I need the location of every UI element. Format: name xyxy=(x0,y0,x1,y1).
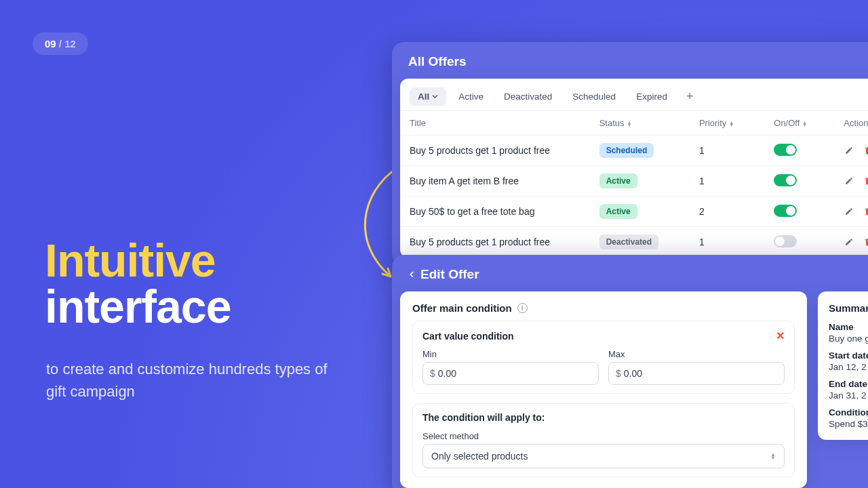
all-offers-title: All Offers xyxy=(392,42,868,79)
tab-all[interactable]: All xyxy=(410,87,446,106)
table-row[interactable]: Buy 5 products get 1 product freeSchedul… xyxy=(400,136,868,166)
row-priority: 2 xyxy=(690,197,764,227)
summary-cond-value: Spend $3 xyxy=(829,419,868,429)
toggle-switch[interactable] xyxy=(774,235,797,247)
summary-name-value: Buy one g xyxy=(829,333,868,344)
max-value: 0.00 xyxy=(624,368,642,379)
row-title: Buy 50$ to get a free tote bag xyxy=(400,197,590,227)
delete-icon[interactable] xyxy=(863,145,868,156)
table-row[interactable]: Buy 5 products get 1 product freeDeactiv… xyxy=(400,227,868,258)
edit-icon[interactable] xyxy=(844,176,854,186)
max-input[interactable]: $ 0.00 xyxy=(608,362,785,385)
col-action: Action xyxy=(844,118,868,128)
currency-symbol: $ xyxy=(430,368,435,379)
row-title: Buy 5 products get 1 product free xyxy=(400,136,590,166)
summary-card: Summary Name Buy one g Start date Jan 12… xyxy=(818,291,868,440)
edit-offer-panel: Edit Offer Offer main condition i Cart v… xyxy=(392,255,868,488)
row-priority: 1 xyxy=(690,227,764,258)
all-offers-card: All Active Deactivated Scheduled Expired… xyxy=(400,79,868,258)
max-label: Max xyxy=(608,349,785,359)
summary-end-label: End date xyxy=(829,379,868,389)
row-priority: 1 xyxy=(690,166,764,197)
page-sep: / xyxy=(56,38,65,49)
apply-to-condition: The condition will apply to: Select meth… xyxy=(412,403,795,477)
row-actions xyxy=(844,206,868,217)
row-actions xyxy=(844,145,868,156)
delete-icon[interactable] xyxy=(863,237,868,247)
edit-icon[interactable] xyxy=(844,237,854,247)
headline-line2: interface xyxy=(45,283,231,329)
method-value: Only selected products xyxy=(431,451,528,462)
main-condition-card: Offer main condition i Cart value condit… xyxy=(400,291,807,488)
delete-icon[interactable] xyxy=(863,206,868,217)
row-priority: 1 xyxy=(690,136,764,166)
sort-icon[interactable]: ▲▼ xyxy=(627,121,632,127)
status-badge: Active xyxy=(599,174,637,188)
table-row[interactable]: Buy item A get item B freeActive1 xyxy=(400,166,868,197)
hero-headline: Intuitive interface xyxy=(45,237,231,329)
col-status[interactable]: Status xyxy=(599,118,625,128)
tab-label: All xyxy=(418,92,429,102)
delete-icon[interactable] xyxy=(863,176,868,186)
offers-table: Title Status▲▼ Priority▲▼ On/Off▲▼ Actio… xyxy=(400,111,868,258)
summary-start-label: Start date xyxy=(829,350,868,361)
tab-deactivated[interactable]: Deactivated xyxy=(496,87,560,106)
cond-title: Cart value condition xyxy=(422,331,514,342)
toggle-switch[interactable] xyxy=(774,205,797,217)
edit-offer-title-row[interactable]: Edit Offer xyxy=(392,255,868,291)
apply-to-heading: The condition will apply to: xyxy=(422,412,785,423)
col-priority[interactable]: Priority xyxy=(699,118,726,128)
summary-cond-label: Condition xyxy=(829,407,868,418)
page-counter: 09 / 12 xyxy=(33,33,88,55)
row-title: Buy item A get item B free xyxy=(400,166,590,197)
status-badge: Deactivated xyxy=(599,235,658,249)
summary-heading: Summary xyxy=(829,302,868,314)
tab-expired[interactable]: Expired xyxy=(628,87,675,106)
add-tab-button[interactable]: + xyxy=(679,87,701,106)
chevron-left-icon xyxy=(408,271,415,278)
chevron-down-icon xyxy=(432,94,438,100)
toggle-switch[interactable] xyxy=(774,174,797,186)
tab-scheduled[interactable]: Scheduled xyxy=(564,87,624,106)
sort-icon[interactable]: ▲▼ xyxy=(729,121,734,127)
info-icon[interactable]: i xyxy=(517,303,528,313)
close-icon[interactable]: ✕ xyxy=(776,329,785,342)
row-title: Buy 5 products get 1 product free xyxy=(400,227,590,258)
edit-offer-title: Edit Offer xyxy=(420,267,479,282)
hero-subline: to create and customize hundreds types o… xyxy=(46,358,331,403)
min-label: Min xyxy=(422,349,599,359)
select-chevron-icon: ▲▼ xyxy=(770,453,776,460)
table-row[interactable]: Buy 50$ to get a free tote bagActive2 xyxy=(400,197,868,227)
toggle-switch[interactable] xyxy=(774,144,797,156)
page-total: 12 xyxy=(64,38,76,49)
method-select[interactable]: Only selected products ▲▼ xyxy=(422,444,785,468)
select-method-label: Select method xyxy=(422,431,785,441)
status-badge: Scheduled xyxy=(599,143,654,158)
row-actions xyxy=(844,176,868,186)
col-title: Title xyxy=(410,118,426,128)
headline-line1: Intuitive xyxy=(45,237,231,283)
currency-symbol: $ xyxy=(616,368,621,379)
main-condition-heading: Offer main condition xyxy=(412,302,512,314)
edit-icon[interactable] xyxy=(844,145,854,156)
row-actions xyxy=(844,237,868,247)
min-value: 0.00 xyxy=(438,368,456,379)
summary-start-value: Jan 12, 2 xyxy=(829,362,868,372)
all-offers-panel: All Offers All Active Deactivated Schedu… xyxy=(392,42,868,266)
sort-icon[interactable]: ▲▼ xyxy=(802,121,807,127)
status-badge: Active xyxy=(599,204,637,219)
cart-value-condition: Cart value condition ✕ Min $ 0.00 Max xyxy=(412,321,795,394)
edit-icon[interactable] xyxy=(844,206,854,217)
summary-name-label: Name xyxy=(829,322,868,332)
page-current: 09 xyxy=(45,38,56,49)
offers-tabs: All Active Deactivated Scheduled Expired… xyxy=(400,79,868,111)
min-input[interactable]: $ 0.00 xyxy=(422,362,599,385)
tab-active[interactable]: Active xyxy=(450,87,492,106)
summary-end-value: Jan 31, 2 xyxy=(829,390,868,401)
col-onoff[interactable]: On/Off xyxy=(774,118,800,128)
